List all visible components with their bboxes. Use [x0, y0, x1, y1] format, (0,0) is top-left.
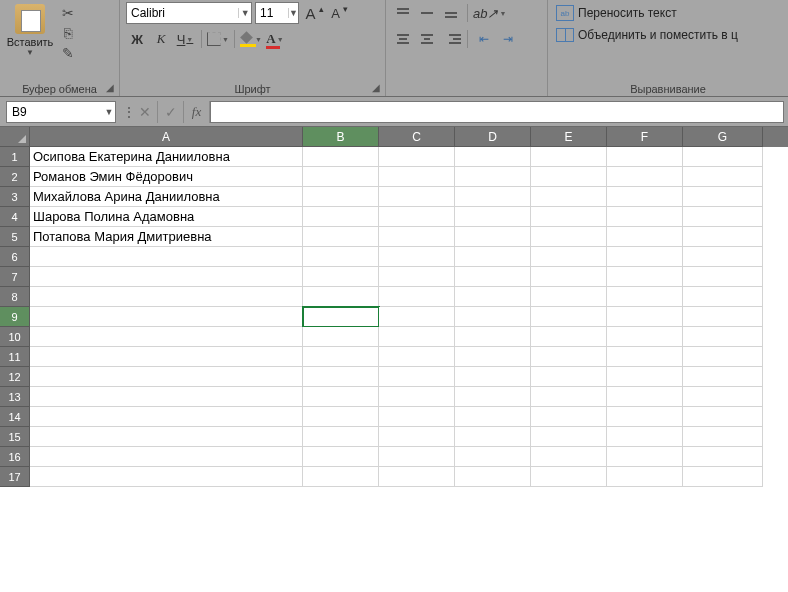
row-header[interactable]: 17 — [0, 467, 30, 487]
cell[interactable] — [455, 307, 531, 327]
cell[interactable] — [531, 307, 607, 327]
cell[interactable] — [683, 347, 763, 367]
row-header[interactable]: 6 — [0, 247, 30, 267]
cell[interactable] — [30, 347, 303, 367]
cell[interactable] — [607, 467, 683, 487]
row-header[interactable]: 4 — [0, 207, 30, 227]
cell[interactable] — [30, 467, 303, 487]
cell[interactable] — [455, 147, 531, 167]
increase-font-button[interactable]: A▴ — [302, 2, 324, 24]
cell[interactable] — [455, 167, 531, 187]
cancel-formula-button[interactable]: ✕ — [132, 101, 158, 123]
cell[interactable] — [607, 427, 683, 447]
align-right-button[interactable] — [440, 28, 462, 50]
column-header[interactable]: C — [379, 127, 455, 147]
row-header[interactable]: 13 — [0, 387, 30, 407]
align-left-button[interactable] — [392, 28, 414, 50]
cell[interactable] — [455, 367, 531, 387]
cell[interactable] — [683, 187, 763, 207]
column-header[interactable]: E — [531, 127, 607, 147]
cell[interactable] — [379, 267, 455, 287]
cell[interactable] — [303, 427, 379, 447]
cell[interactable] — [379, 467, 455, 487]
cell[interactable] — [30, 427, 303, 447]
cell[interactable] — [379, 207, 455, 227]
bold-button[interactable]: Ж — [126, 28, 148, 50]
cell[interactable] — [683, 447, 763, 467]
font-size-input[interactable] — [256, 6, 288, 20]
cell[interactable]: Михайлова Арина Данииловна — [30, 187, 303, 207]
cell[interactable] — [303, 287, 379, 307]
cell[interactable] — [607, 247, 683, 267]
cell[interactable] — [607, 307, 683, 327]
cell[interactable] — [379, 227, 455, 247]
cell[interactable] — [531, 447, 607, 467]
cell[interactable] — [30, 307, 303, 327]
insert-function-button[interactable]: fx — [184, 101, 210, 123]
cell[interactable] — [531, 387, 607, 407]
cell[interactable]: Потапова Мария Дмитриевна — [30, 227, 303, 247]
cell[interactable] — [379, 347, 455, 367]
wrap-text-button[interactable]: ab Переносить текст — [554, 2, 782, 24]
merge-center-button[interactable]: Объединить и поместить в ц — [554, 24, 782, 46]
cell[interactable] — [683, 387, 763, 407]
orientation-button[interactable]: ab↗▼ — [473, 2, 506, 24]
column-header[interactable]: G — [683, 127, 763, 147]
cell[interactable] — [379, 307, 455, 327]
cell[interactable] — [607, 207, 683, 227]
cell[interactable] — [379, 287, 455, 307]
formula-input[interactable] — [210, 101, 784, 123]
cell[interactable] — [303, 187, 379, 207]
cell[interactable] — [683, 367, 763, 387]
cell[interactable] — [455, 227, 531, 247]
cell[interactable] — [303, 147, 379, 167]
cell[interactable] — [303, 347, 379, 367]
cell[interactable] — [379, 167, 455, 187]
cell[interactable] — [531, 467, 607, 487]
chevron-down-icon[interactable]: ▼ — [26, 48, 34, 57]
cell[interactable] — [30, 367, 303, 387]
cell[interactable] — [303, 167, 379, 187]
row-header[interactable]: 5 — [0, 227, 30, 247]
cell[interactable] — [607, 447, 683, 467]
underline-button[interactable]: Ч▼ — [174, 28, 196, 50]
cell[interactable] — [379, 187, 455, 207]
cell[interactable] — [379, 327, 455, 347]
row-header[interactable]: 16 — [0, 447, 30, 467]
row-header[interactable]: 8 — [0, 287, 30, 307]
chevron-down-icon[interactable]: ▼ — [288, 8, 298, 18]
cell[interactable]: Шарова Полина Адамовна — [30, 207, 303, 227]
align-top-button[interactable] — [392, 2, 414, 24]
cell[interactable]: Осипова Екатерина Данииловна — [30, 147, 303, 167]
row-header[interactable]: 12 — [0, 367, 30, 387]
fill-color-button[interactable]: ▼ — [240, 28, 262, 50]
cell[interactable] — [531, 227, 607, 247]
font-color-button[interactable]: A▼ — [264, 28, 286, 50]
cell[interactable] — [683, 427, 763, 447]
cell[interactable] — [683, 227, 763, 247]
cell[interactable] — [30, 387, 303, 407]
cell[interactable] — [683, 307, 763, 327]
column-header[interactable]: B — [303, 127, 379, 147]
name-box[interactable]: ▼ — [6, 101, 116, 123]
cell[interactable] — [379, 407, 455, 427]
cell[interactable] — [379, 447, 455, 467]
paste-button[interactable]: Вставить ▼ — [6, 2, 54, 80]
cell[interactable] — [303, 227, 379, 247]
cell[interactable] — [607, 407, 683, 427]
name-box-input[interactable] — [7, 105, 103, 119]
column-header[interactable]: F — [607, 127, 683, 147]
cell[interactable] — [455, 187, 531, 207]
cell[interactable] — [683, 247, 763, 267]
cell[interactable] — [379, 387, 455, 407]
cell[interactable] — [607, 167, 683, 187]
cell[interactable] — [607, 267, 683, 287]
cell[interactable] — [531, 247, 607, 267]
cell[interactable] — [30, 407, 303, 427]
cell[interactable] — [303, 307, 379, 327]
cell[interactable] — [455, 287, 531, 307]
align-center-button[interactable] — [416, 28, 438, 50]
cell[interactable] — [303, 327, 379, 347]
italic-button[interactable]: К — [150, 28, 172, 50]
cell[interactable] — [683, 327, 763, 347]
